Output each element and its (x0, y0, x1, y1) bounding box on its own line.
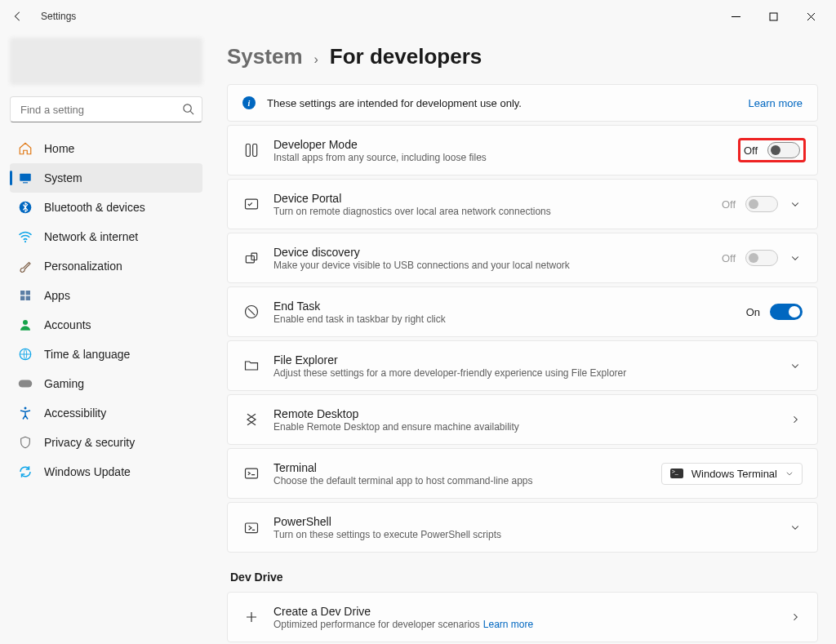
row-device-discovery[interactable]: Device discovery Make your device visibl… (227, 233, 818, 283)
globe-clock-icon (18, 347, 33, 362)
svg-point-10 (23, 320, 28, 325)
titlebar: Settings (0, 0, 836, 33)
highlight-annotation: Off (738, 138, 806, 162)
row-title: Remote Desktop (273, 407, 788, 420)
nav-network[interactable]: Network & internet (10, 222, 202, 251)
row-title: Terminal (273, 461, 661, 474)
dev-drive-heading: Dev Drive (230, 571, 818, 584)
nav-personalization[interactable]: Personalization (10, 251, 202, 281)
row-desc: Adjust these settings for a more develop… (273, 367, 788, 379)
svg-rect-2 (20, 174, 31, 181)
nav-list: Home System Bluetooth & devices Network … (10, 134, 202, 486)
row-developer-mode: Developer Mode Install apps from any sou… (227, 125, 818, 175)
end-task-icon (242, 304, 260, 320)
minimize-button[interactable] (717, 3, 754, 29)
svg-rect-7 (26, 291, 30, 295)
chevron-right-icon: › (314, 52, 318, 67)
info-text: These settings are intended for developm… (267, 97, 522, 109)
learn-more-link[interactable]: Learn more (749, 97, 803, 109)
end-task-toggle[interactable] (770, 304, 803, 320)
row-remote-desktop[interactable]: Remote Desktop Enable Remote Desktop and… (227, 394, 818, 445)
chevron-down-icon[interactable] (788, 522, 803, 532)
chevron-right-icon[interactable] (788, 612, 803, 622)
svg-point-13 (24, 407, 27, 410)
nav-update[interactable]: Windows Update (10, 457, 202, 486)
svg-rect-9 (26, 296, 30, 300)
row-desc: Choose the default terminal app to host … (273, 475, 661, 486)
nav-apps[interactable]: Apps (10, 281, 202, 310)
info-bar: i These settings are intended for develo… (227, 84, 818, 122)
developer-mode-toggle[interactable] (767, 142, 800, 158)
powershell-icon (242, 519, 260, 535)
breadcrumb-parent[interactable]: System (227, 44, 303, 69)
toggle-state: Off (722, 198, 736, 211)
svg-rect-17 (246, 256, 254, 263)
close-button[interactable] (792, 3, 829, 29)
shield-icon (18, 435, 33, 450)
nav-accounts[interactable]: Accounts (10, 310, 202, 340)
svg-rect-3 (23, 182, 28, 183)
row-title: File Explorer (273, 353, 788, 366)
apps-icon (18, 288, 33, 303)
device-discovery-toggle[interactable] (745, 250, 778, 266)
svg-rect-20 (246, 469, 258, 478)
nav-label: Bluetooth & devices (44, 201, 145, 214)
row-create-dev-drive[interactable]: Create a Dev Drive Optimized performance… (227, 592, 818, 642)
learn-more-link[interactable]: Learn more (483, 619, 533, 630)
nav-accessibility[interactable]: Accessibility (10, 398, 202, 428)
dev-mode-icon (242, 142, 260, 158)
nav-label: Personalization (44, 260, 122, 273)
main-content: System › For developers i These settings… (212, 33, 836, 644)
dropdown-value: Windows Terminal (691, 468, 777, 480)
nav-privacy[interactable]: Privacy & security (10, 428, 202, 457)
sidebar: Home System Bluetooth & devices Network … (0, 33, 212, 644)
discovery-icon (242, 250, 260, 266)
nav-label: Home (44, 142, 74, 155)
nav-home[interactable]: Home (10, 134, 202, 163)
row-file-explorer[interactable]: File Explorer Adjust these settings for … (227, 340, 818, 391)
row-powershell[interactable]: PowerShell Turn on these settings to exe… (227, 502, 818, 553)
search-input[interactable] (10, 96, 202, 122)
toggle-state: Off (722, 252, 736, 264)
svg-rect-12 (19, 380, 33, 388)
row-device-portal[interactable]: Device Portal Turn on remote diagnostics… (227, 179, 818, 229)
row-title: Developer Mode (273, 138, 741, 151)
maximize-button[interactable] (754, 3, 792, 29)
chevron-down-icon[interactable] (788, 253, 803, 263)
nav-label: Apps (44, 289, 70, 302)
search-icon (182, 103, 194, 118)
brush-icon (18, 259, 33, 273)
folder-icon (242, 358, 260, 374)
row-end-task: End Task Enable end task in taskbar by r… (227, 286, 818, 337)
nav-label: Time & language (44, 348, 130, 361)
bluetooth-icon (18, 200, 33, 215)
nav-bluetooth[interactable]: Bluetooth & devices (10, 193, 202, 222)
person-icon (18, 318, 33, 332)
nav-system[interactable]: System (10, 163, 202, 193)
row-desc: Optimized performance for developer scen… (273, 619, 788, 630)
chevron-right-icon[interactable] (788, 415, 803, 424)
portal-icon (242, 196, 260, 212)
chevron-down-icon[interactable] (788, 199, 803, 209)
nav-label: Accounts (44, 318, 91, 331)
account-header[interactable] (10, 38, 202, 85)
back-button[interactable] (7, 5, 29, 28)
update-icon (18, 464, 33, 479)
terminal-dropdown[interactable]: Windows Terminal (661, 463, 803, 485)
gamepad-icon (18, 376, 33, 391)
window-title: Settings (41, 11, 76, 22)
svg-rect-16 (246, 199, 258, 209)
chevron-down-icon (785, 468, 794, 480)
row-desc: Enable end task in taskbar by right clic… (273, 313, 746, 325)
row-desc: Turn on remote diagnostics over local ar… (273, 206, 722, 217)
chevron-down-icon[interactable] (788, 361, 803, 371)
rdp-icon (242, 411, 260, 428)
row-title: Device Portal (273, 192, 722, 205)
nav-time[interactable]: Time & language (10, 340, 202, 369)
row-title: PowerShell (273, 515, 788, 528)
nav-gaming[interactable]: Gaming (10, 369, 202, 398)
nav-label: System (44, 171, 82, 184)
accessibility-icon (18, 406, 33, 420)
device-portal-toggle[interactable] (745, 196, 778, 212)
page-title: For developers (330, 44, 482, 69)
